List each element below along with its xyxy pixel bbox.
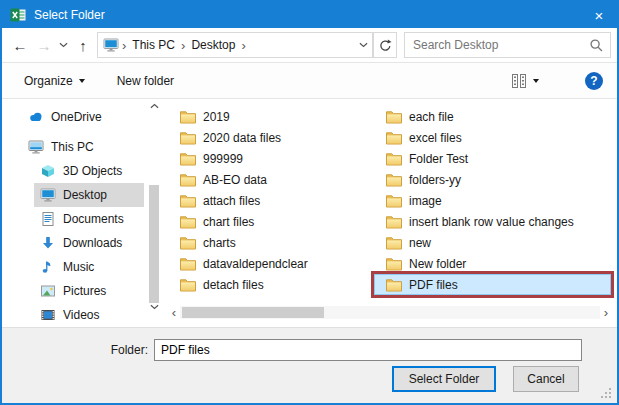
- breadcrumb-separator-icon: ›: [178, 38, 188, 53]
- address-dropdown-button[interactable]: [354, 33, 372, 57]
- sidebar-scrollbar[interactable]: [148, 99, 160, 327]
- organize-button[interactable]: Organize: [16, 70, 93, 92]
- breadcrumb-this-pc[interactable]: This PC: [129, 38, 178, 52]
- folder-item[interactable]: AB-EO data: [168, 169, 368, 190]
- up-icon: ↑: [79, 37, 87, 54]
- excel-app-icon: [10, 7, 26, 23]
- folder-name: insert blank row value changes: [409, 215, 574, 229]
- folder-item[interactable]: insert blank row value changes: [374, 211, 611, 232]
- folder-item[interactable]: attach files: [168, 190, 368, 211]
- folder-name: New folder: [409, 257, 466, 271]
- folder-item[interactable]: charts: [168, 232, 368, 253]
- film-icon: [40, 307, 56, 323]
- folder-item[interactable]: chart files: [168, 211, 368, 232]
- caret-down-icon: [79, 79, 85, 86]
- folder-item[interactable]: 2020 data files: [168, 127, 368, 148]
- back-button[interactable]: ←: [8, 33, 32, 57]
- folder-icon: [180, 215, 196, 229]
- sidebar-item-this-pc[interactable]: This PC: [22, 135, 144, 159]
- sidebar-item-label: Videos: [63, 308, 99, 322]
- recent-locations-button[interactable]: [56, 33, 71, 57]
- select-folder-dialog: Select Folder × ← → ↑ › This PC › Deskto…: [0, 0, 619, 405]
- sidebar-item-label: Documents: [63, 212, 124, 226]
- sidebar-item-label: Downloads: [63, 236, 122, 250]
- breadcrumb-separator-icon: ›: [238, 38, 248, 53]
- folder-icon: [386, 215, 402, 229]
- folder-name: new: [409, 236, 431, 250]
- folder-item[interactable]: 999999: [168, 148, 368, 169]
- refresh-button[interactable]: [373, 32, 397, 58]
- address-bar[interactable]: › This PC › Desktop ›: [97, 32, 373, 58]
- sidebar-item-desktop[interactable]: Desktop: [34, 183, 144, 207]
- music-note-icon: [40, 259, 56, 275]
- chevron-down-icon: [359, 42, 368, 48]
- sidebar-item-label: OneDrive: [51, 110, 102, 124]
- folder-icon: [386, 152, 402, 166]
- folder-icon: [386, 236, 402, 250]
- scrollbar-thumb[interactable]: [149, 185, 159, 303]
- folder-icon: [180, 236, 196, 250]
- search-icon[interactable]: [589, 38, 604, 53]
- sidebar-item-documents[interactable]: Documents: [34, 207, 144, 231]
- folder-name-input[interactable]: [154, 339, 582, 361]
- folder-item[interactable]: New folder: [374, 253, 611, 274]
- folder-item[interactable]: detach files: [168, 274, 368, 295]
- folder-name: 2019: [203, 110, 230, 124]
- scroll-down-icon[interactable]: [148, 301, 160, 313]
- new-folder-button[interactable]: New folder: [109, 70, 182, 92]
- breadcrumb-separator-icon: ›: [119, 38, 129, 53]
- folder-item[interactable]: excel files: [374, 127, 611, 148]
- scroll-up-icon[interactable]: [148, 100, 160, 112]
- change-view-button[interactable]: [505, 69, 545, 93]
- close-icon: ×: [595, 7, 604, 24]
- back-icon: ←: [13, 37, 28, 54]
- folder-name: PDF files: [409, 278, 458, 292]
- refresh-icon: [378, 38, 393, 53]
- folder-item-pdf-files-selected[interactable]: PDF files: [374, 274, 611, 295]
- sidebar-item-onedrive[interactable]: OneDrive: [22, 105, 144, 129]
- scrollbar-track[interactable]: [180, 306, 600, 319]
- folder-icon: [386, 131, 402, 145]
- scroll-right-icon[interactable]: ›: [600, 305, 612, 320]
- computer-icon: [28, 139, 44, 155]
- scrollbar-thumb[interactable]: [182, 307, 324, 318]
- sidebar-item-label: Desktop: [63, 188, 107, 202]
- folder-item[interactable]: datavaldependclear: [168, 253, 368, 274]
- close-button[interactable]: ×: [581, 2, 617, 28]
- organize-label: Organize: [24, 74, 73, 88]
- breadcrumb-desktop[interactable]: Desktop: [188, 38, 238, 52]
- folder-icon: [180, 278, 196, 292]
- folder-icon: [386, 278, 402, 292]
- file-list-column-1: 2019 2020 data files 999999 AB-EO data a…: [168, 106, 368, 295]
- folder-item[interactable]: each file: [374, 106, 611, 127]
- new-folder-label: New folder: [117, 74, 174, 88]
- onedrive-cloud-icon: [28, 109, 44, 125]
- up-button[interactable]: ↑: [71, 33, 95, 57]
- sidebar-item-label: Music: [63, 260, 94, 274]
- folder-name: folders-yy: [409, 173, 461, 187]
- resize-grip-icon[interactable]: [601, 388, 612, 399]
- folder-item[interactable]: image: [374, 190, 611, 211]
- cancel-button[interactable]: Cancel: [513, 366, 579, 392]
- sidebar-item-label: 3D Objects: [63, 164, 122, 178]
- folder-item[interactable]: new: [374, 232, 611, 253]
- folder-item[interactable]: 2019: [168, 106, 368, 127]
- dialog-body: OneDrive This PC 3D Objects Desktop Docu…: [2, 99, 617, 327]
- sidebar-item-videos[interactable]: Videos: [34, 303, 144, 327]
- folder-icon: [386, 173, 402, 187]
- search-input[interactable]: [413, 38, 589, 52]
- sidebar-item-music[interactable]: Music: [34, 255, 144, 279]
- download-arrow-icon: [40, 235, 56, 251]
- document-icon: [40, 211, 56, 227]
- sidebar-item-downloads[interactable]: Downloads: [34, 231, 144, 255]
- window-title: Select Folder: [34, 8, 105, 22]
- sidebar-item-3d-objects[interactable]: 3D Objects: [34, 159, 144, 183]
- help-button[interactable]: ?: [585, 72, 603, 90]
- folder-item[interactable]: folders-yy: [374, 169, 611, 190]
- select-folder-button[interactable]: Select Folder: [392, 366, 496, 392]
- sidebar-item-pictures[interactable]: Pictures: [34, 279, 144, 303]
- file-list-horizontal-scrollbar[interactable]: ‹ ›: [168, 305, 612, 320]
- forward-button[interactable]: →: [32, 33, 56, 57]
- scroll-left-icon[interactable]: ‹: [168, 305, 180, 320]
- folder-item[interactable]: Folder Test: [374, 148, 611, 169]
